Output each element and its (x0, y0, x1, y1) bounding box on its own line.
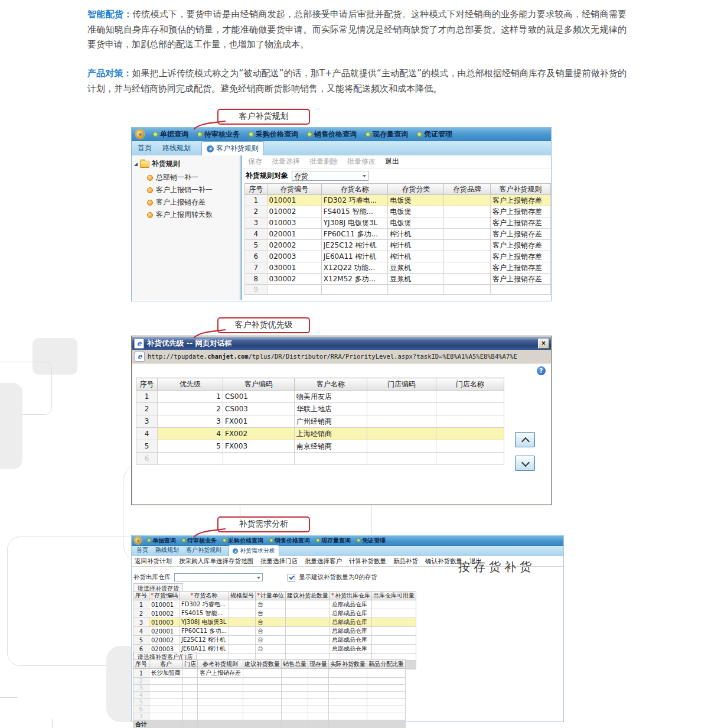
table-row[interactable]: 44FX002上海经销商 (136, 428, 504, 440)
tab-route-plan[interactable]: 路线规划 (155, 546, 179, 556)
calc-quantity-button[interactable]: 计算补货数量 (349, 557, 386, 566)
menu-item-pending-audit[interactable]: 待审核业务 (197, 129, 240, 139)
column-header[interactable]: 门店名称 (436, 378, 504, 391)
batch-select-customer-button[interactable]: 批量选择客户 (305, 557, 342, 566)
table-row[interactable]: 11CS001物美用友店 (136, 391, 504, 403)
column-header[interactable]: 序号 (136, 378, 158, 391)
column-header[interactable]: *补货出库仓库 (329, 592, 371, 600)
menu-item-stock-query[interactable]: 现存量查询 (316, 537, 351, 545)
expand-triangle-icon[interactable] (134, 162, 138, 166)
tab-home[interactable]: 首页 (138, 143, 152, 155)
table-row[interactable]: 7030001X12Q22 功能...豆浆机客户上报销存差 (245, 262, 551, 274)
column-header[interactable]: 客户补货规则 (490, 184, 550, 195)
batch-select-store-button[interactable]: 批量选择门店 (260, 557, 298, 566)
exit-button[interactable]: 退出 (385, 157, 399, 167)
warehouse-select[interactable] (174, 573, 263, 581)
table-cell (243, 699, 282, 706)
table-row[interactable]: 2010002FS4015 智能...台总部成品仓库 (133, 609, 416, 618)
table-row[interactable]: 2010002FS4015 智能...电饭煲客户上报销存差 (245, 206, 551, 217)
column-header[interactable]: 优先级 (158, 378, 223, 391)
table-cell (308, 685, 329, 692)
confirm-quantity-button[interactable]: 确认补货数量 (425, 557, 462, 566)
table-row[interactable]: 33FX001广州经销商 (136, 415, 504, 428)
column-header[interactable]: 序号 (245, 184, 267, 195)
column-header[interactable]: 存货分类 (388, 184, 444, 195)
rule-object-select[interactable]: 存货 (292, 171, 368, 181)
batch-delete-button[interactable]: 批量删除 (309, 157, 338, 167)
tab-replenish-rules[interactable]: 客户补货规则 (186, 546, 221, 556)
tab-route-plan[interactable]: 路线规划 (162, 143, 191, 155)
column-header[interactable]: 销售总量 (282, 660, 308, 669)
column-header[interactable]: 客户 (149, 660, 183, 669)
gear-icon[interactable] (136, 130, 144, 138)
back-to-plan-button[interactable]: 返回补货计划 (135, 557, 172, 566)
table-row[interactable]: 3010003YJ308J 电饭煲3L台总部成品仓库 (133, 618, 416, 627)
menu-item-voucher[interactable]: 凭证管理 (357, 537, 386, 545)
tab-home[interactable]: 首页 (136, 546, 148, 556)
menu-item-stock-query[interactable]: 现存量查询 (366, 129, 408, 139)
menu-item-doc-query[interactable]: 单据查询 (153, 129, 188, 139)
table-row[interactable]: 5020002JE25C12 榨汁机榨汁机客户上报销存差 (245, 240, 551, 251)
column-header[interactable]: 参考补货规则 (198, 660, 243, 669)
window-content: 补货规则 总部销一补一 客户上报销一补一 客户上报销存差 客户上报周转天数 保存… (132, 155, 551, 300)
batch-select-button[interactable]: 批量选择 (272, 157, 300, 167)
tab-close-icon[interactable] (207, 145, 214, 152)
table-row[interactable]: 5020002JE25C12 榨汁机台总部成品仓库 (133, 636, 416, 645)
table-row[interactable]: 1010001FD302 巧睿电...电饭煲客户上报销存差 (245, 195, 551, 206)
move-up-button[interactable] (515, 432, 535, 447)
batch-modify-button[interactable]: 批量修改 (347, 157, 376, 167)
column-header[interactable]: 门店编码 (367, 378, 436, 391)
table-row[interactable]: 4020001FP60C11 多功...榨汁机客户上报销存差 (245, 229, 551, 240)
column-header[interactable]: 出库仓库可用量 (371, 592, 416, 600)
table-row[interactable]: 4020001FP60C11 多功...台总部成品仓库 (133, 627, 416, 636)
column-header[interactable]: 存货品牌 (444, 184, 491, 195)
tree-item-rule[interactable]: 客户上报周转天数 (134, 209, 240, 221)
menu-item-purchase-price[interactable]: 采购价格查询 (223, 537, 263, 545)
select-scope-button[interactable]: 按采购入库单选择存货范围 (179, 557, 253, 566)
address-bar[interactable]: e http://tpupdate.chanjet.com/tplus/DR/D… (132, 350, 551, 363)
tree-item-rule[interactable]: 总部销一补一 (134, 171, 240, 184)
table-row[interactable]: 22CS003华联上地店 (136, 403, 504, 415)
column-header[interactable]: 建议补货总数量 (285, 592, 329, 600)
tree-item-rule[interactable]: 客户上报销存差 (134, 196, 240, 209)
help-icon[interactable]: ? (537, 366, 546, 375)
table-row[interactable]: 8030002X12M52 多功...豆浆机客户上报销存差 (245, 274, 551, 285)
menu-item-doc-query[interactable]: 单据查询 (147, 537, 176, 545)
table-row[interactable]: 1长沙加盟商客户上报销存差 (133, 669, 406, 678)
tab-replenish-rules-active[interactable]: 客户补货规则 (201, 141, 264, 155)
column-header[interactable]: 客户编码 (223, 378, 295, 391)
table-row[interactable]: 6020003JE60A11 榨汁机榨汁机客户上报销存差 (245, 251, 551, 262)
new-product-button[interactable]: 新品补货 (393, 557, 418, 566)
menu-item-sales-price[interactable]: 销售价格查询 (269, 537, 310, 545)
tab-demand-analysis-active[interactable]: 补货需求分析 (229, 545, 279, 556)
menu-item-sales-price[interactable]: 销售价格查询 (307, 129, 357, 139)
table-cell: 豆浆机 (388, 274, 444, 285)
menu-item-purchase-price[interactable]: 采购价格查询 (249, 129, 298, 139)
column-header[interactable]: 规格型号 (229, 592, 255, 600)
column-header[interactable]: 序号 (133, 592, 149, 600)
tree-item-rule[interactable]: 客户上报销一补一 (134, 184, 240, 196)
tab-close-icon[interactable] (233, 548, 238, 554)
close-button[interactable]: × (538, 339, 549, 349)
column-header[interactable]: 序号 (133, 660, 149, 669)
table-row[interactable]: 55FX003南京经销商 (136, 440, 504, 453)
table-row[interactable]: 1010001FD302 巧睿电...台总部成品仓库 (133, 600, 416, 609)
column-header[interactable]: 门店 (183, 660, 198, 669)
column-header[interactable]: 新品分配比重 (367, 660, 406, 669)
column-header[interactable]: 建议补货数量 (243, 660, 282, 669)
column-header[interactable]: *计量单位 (255, 592, 285, 600)
column-header[interactable]: 存货编号 (267, 184, 321, 195)
column-header[interactable]: *存货名称 (180, 592, 229, 600)
gear-icon[interactable] (135, 537, 141, 544)
save-button[interactable]: 保存 (248, 157, 262, 167)
column-header[interactable]: *存货编码 (149, 592, 180, 600)
menu-item-voucher[interactable]: 凭证管理 (417, 129, 452, 139)
table-row[interactable]: 3010003YJ308J 电饭煲3L电饭煲客户上报销存差 (245, 217, 551, 229)
column-header[interactable]: 客户名称 (295, 378, 367, 391)
show-zero-checkbox[interactable] (288, 574, 295, 581)
column-header[interactable]: 实际补货数量 (329, 660, 367, 669)
tree-root-node[interactable]: 补货规则 (134, 159, 240, 169)
column-header[interactable]: 存货名称 (321, 184, 388, 195)
column-header[interactable]: 现存量 (308, 660, 329, 669)
move-down-button[interactable] (515, 456, 535, 471)
